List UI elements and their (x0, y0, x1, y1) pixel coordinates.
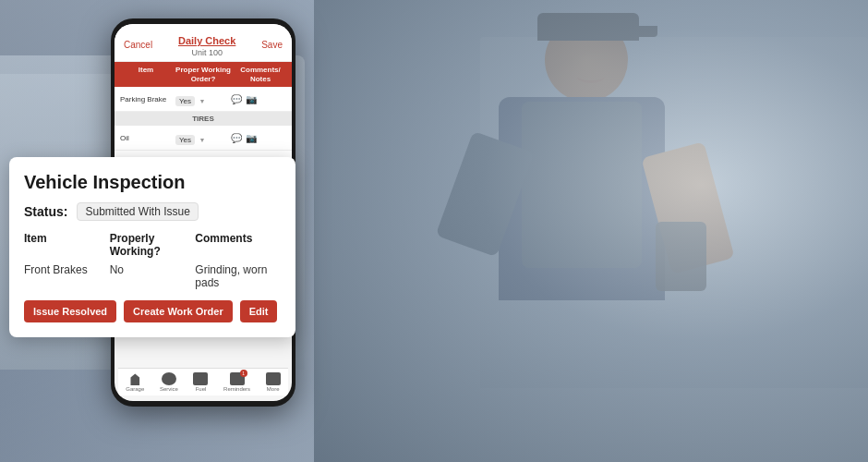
phone-cancel-button[interactable]: Cancel (124, 40, 152, 50)
oil-row: Oil Yes ▼ 💬 📷 (115, 126, 292, 151)
front-brakes-working: No (110, 263, 196, 289)
nav-fuel[interactable]: Fuel (193, 372, 208, 392)
nav-reminders[interactable]: 1 Reminders (223, 372, 250, 392)
oil-icons: 💬 📷 (231, 133, 286, 143)
person-arm-right (641, 141, 734, 274)
parking-brake-yes[interactable]: Yes ▼ (175, 91, 231, 107)
phone-title-area: Daily Check Unit 100 (178, 31, 235, 57)
col-item-header: Item (118, 66, 174, 83)
person-phone-in-hand (656, 222, 706, 291)
status-badge: Submitted With Issue (77, 202, 198, 221)
create-work-order-button[interactable]: Create Work Order (124, 300, 233, 322)
camera-icon[interactable]: 📷 (246, 94, 257, 104)
chat-icon[interactable]: 💬 (231, 94, 242, 104)
person-arm-left (436, 131, 535, 258)
insp-col-comments: Comments (195, 232, 281, 258)
garage-icon (127, 372, 142, 385)
parking-brake-icons: 💬 📷 (231, 94, 286, 104)
nav-garage-label: Garage (126, 386, 144, 392)
issue-resolved-button[interactable]: Issue Resolved (24, 300, 116, 322)
phone-header: Cancel Daily Check Unit 100 Save (115, 24, 292, 62)
reminders-icon: 1 (230, 372, 245, 385)
person-vest (522, 102, 642, 268)
person-body (499, 97, 665, 300)
reminders-badge: 1 (240, 370, 247, 377)
phone-table-header: Item Proper Working Order? Comments/ Not… (115, 62, 292, 87)
phone-navigation: Garage Service Fuel 1 Reminders More (118, 368, 288, 395)
nav-service[interactable]: Service (160, 372, 178, 392)
oil-camera-icon[interactable]: 📷 (246, 133, 257, 143)
inspection-table-row: Front Brakes No Grinding, worn pads (24, 263, 281, 289)
front-brakes-item: Front Brakes (24, 263, 110, 289)
oil-chat-icon[interactable]: 💬 (231, 133, 242, 143)
edit-button[interactable]: Edit (240, 300, 278, 322)
nav-garage[interactable]: Garage (126, 372, 144, 392)
person-cap-brim (630, 26, 657, 37)
more-icon (266, 372, 281, 385)
person-area (379, 0, 794, 462)
parking-brake-row: Parking Brake Yes ▼ 💬 📷 (115, 87, 292, 112)
oil-label: Oil (120, 134, 175, 142)
service-icon (162, 372, 176, 385)
person-head (545, 18, 628, 102)
status-label: Status: (24, 204, 67, 219)
phone-unit-label: Unit 100 (178, 48, 235, 57)
parking-brake-label: Parking Brake (120, 95, 175, 103)
inspection-table-header: Item Properly Working? Comments (24, 232, 281, 258)
insp-col-item: Item (24, 232, 110, 258)
truck-right (480, 37, 868, 388)
nav-more[interactable]: More (266, 372, 281, 392)
inspection-card: Vehicle Inspection Status: Submitted Wit… (9, 157, 295, 337)
insp-col-working: Properly Working? (110, 232, 196, 258)
front-brakes-comments: Grinding, worn pads (195, 263, 281, 289)
nav-fuel-label: Fuel (196, 386, 207, 392)
inspection-card-title: Vehicle Inspection (24, 172, 281, 193)
oil-yes[interactable]: Yes ▼ (175, 129, 231, 146)
phone-daily-check-title: Daily Check (178, 35, 235, 46)
col-working-header: Proper Working Order? (175, 66, 231, 83)
phone-save-button[interactable]: Save (261, 40, 283, 50)
nav-service-label: Service (160, 386, 178, 392)
inspection-action-buttons: Issue Resolved Create Work Order Edit (24, 300, 281, 322)
nav-reminders-label: Reminders (223, 386, 250, 392)
fuel-icon (193, 372, 208, 385)
status-row: Status: Submitted With Issue (24, 202, 281, 221)
tires-section-header: TIRES (115, 112, 292, 126)
col-comments-header: Comments/ Notes (233, 66, 288, 83)
person-cap (537, 13, 639, 41)
nav-more-label: More (267, 386, 280, 392)
person-smile (577, 69, 605, 83)
